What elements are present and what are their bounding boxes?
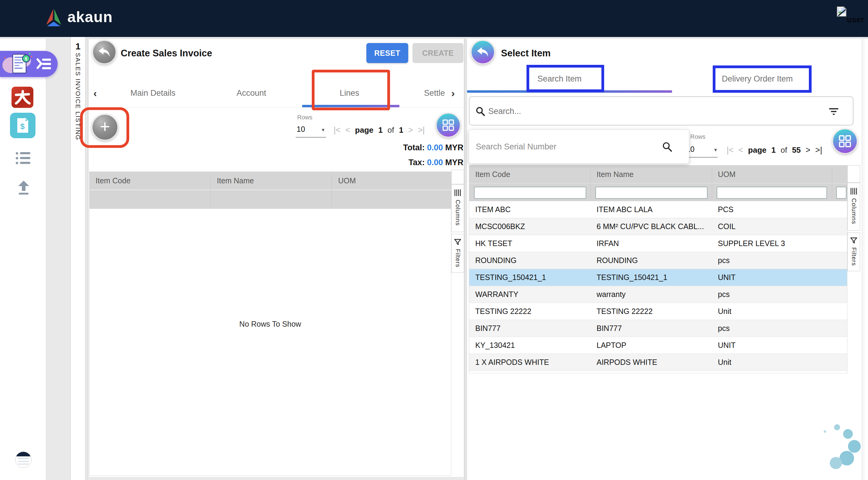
cell-uom: PCS [712, 205, 832, 214]
sidebar-item-upload[interactable] [17, 180, 30, 195]
total-currency: MYR [445, 143, 463, 152]
topbar: akaun user [0, 0, 868, 37]
next-page-icon[interactable]: > [806, 145, 810, 155]
select-item-back-button[interactable] [471, 40, 495, 64]
item-search-box[interactable]: Search... [469, 96, 854, 126]
select-item-table-body: ITEM ABCITEM ABC LALAPCSMCSC006BKZ6 MM² … [469, 201, 847, 371]
filter-input-extra[interactable] [836, 187, 846, 199]
select-rows-caret-icon[interactable]: ▼ [713, 147, 718, 152]
select-grid-view-button[interactable] [832, 129, 858, 154]
thumbnail-titlebar [16, 452, 31, 456]
table-row[interactable]: TESTING_150421_1TESTING_150421_1UNIT [469, 269, 847, 286]
cell-item-name: 6 MM² CU/PVC BLACK CABL... [590, 222, 712, 231]
table-row[interactable]: HK TESETIRFANSUPPLER LEVEL 3 [469, 235, 847, 252]
filter-bars-icon[interactable] [829, 108, 839, 116]
column-header-item-code[interactable]: Item Code [90, 176, 210, 185]
tab-account[interactable]: Account [237, 89, 266, 98]
invoice-pagination: |< < page 1 of 1 > >| [334, 126, 425, 135]
column-header-item-name[interactable]: Item Name [590, 170, 712, 179]
tool-strip-spacer [847, 165, 860, 183]
cell-uom: UNIT [712, 273, 832, 282]
sidebar-item-invoice-doc-app[interactable]: $ [10, 113, 35, 138]
annotation-box-lines-tab [312, 70, 390, 110]
brand-logo[interactable]: akaun [44, 6, 113, 28]
cell-item-name: TESTING_150421_1 [590, 273, 712, 282]
first-page-icon[interactable]: |< [334, 126, 341, 135]
cell-item-name: ROUNDING [590, 256, 712, 265]
cell-item-name: TESTING 22222 [590, 307, 712, 316]
column-header-item-code[interactable]: Item Code [469, 170, 590, 179]
current-page: 1 [771, 145, 775, 155]
tabs-scroll-right-icon[interactable]: › [451, 87, 455, 99]
invoice-lines-table: Item Code Item Name UOM No Rows To Show [89, 172, 451, 476]
total-line: Total: 0.00 MYR [334, 143, 463, 152]
table-row[interactable]: 1 X AIRPODS WHITEAIRPODS WHITEUnit [469, 354, 847, 371]
grid-view-button[interactable] [436, 113, 461, 138]
create-button[interactable]: CREATE [412, 43, 463, 63]
search-placeholder: Search... [488, 107, 521, 116]
select-item-table: Item Code Item Name UOM ITEM ABCITEM ABC… [469, 165, 847, 373]
next-page-icon[interactable]: > [408, 126, 413, 135]
tax-line: Tax: 0.00 MYR [334, 158, 463, 167]
cell-item-code: WARRANTY [469, 290, 590, 299]
user-avatar[interactable]: user [836, 6, 868, 24]
tax-value: 0.00 [427, 158, 443, 167]
sales-invoice-listing-tab[interactable]: 1 SALES INVOICE LISTING [70, 37, 86, 480]
cell-uom: SUPPLER LEVEL 3 [712, 239, 832, 248]
total-pages: 1 [399, 126, 403, 135]
page-title: Create Sales Invoice [121, 48, 212, 59]
cell-uom: pcs [712, 256, 832, 265]
serial-number-search-box[interactable]: Search Serial Number [469, 130, 689, 164]
table-row[interactable]: KY_130421LAPTOPUNIT [469, 337, 847, 354]
tabs-scroll-left-icon[interactable]: ‹ [93, 87, 97, 99]
column-header-item-name[interactable]: Item Name [210, 176, 332, 185]
akaun-triangle-logo-icon [44, 6, 63, 28]
cell-uom: pcs [712, 324, 832, 333]
last-page-icon[interactable]: >| [418, 126, 425, 135]
filter-input-item-name[interactable] [595, 187, 708, 199]
table-row[interactable]: MCSC006BKZ6 MM² CU/PVC BLACK CABL...COIL [469, 218, 847, 235]
filter-input-uom[interactable] [717, 187, 827, 199]
table-row[interactable]: WARRANTYwarrantypcs [469, 286, 847, 303]
back-arrow-icon [98, 47, 111, 58]
grid-icon [839, 135, 851, 147]
sidebar-item-da-app[interactable] [11, 87, 33, 108]
rows-per-page-value[interactable]: 10 [297, 125, 305, 134]
sidebar-item-listing[interactable] [16, 151, 30, 166]
dollar-document-icon: $ [16, 117, 29, 133]
reset-button[interactable]: RESET [366, 43, 408, 63]
filters-tool-tab[interactable]: Filters [847, 232, 860, 271]
tab-main-details[interactable]: Main Details [130, 89, 176, 98]
column-header-uom[interactable]: UOM [332, 176, 356, 185]
table-row[interactable]: ITEM ABCITEM ABC LALAPCS [469, 201, 847, 218]
table-row[interactable]: BIN777BIN777pcs [469, 320, 847, 337]
decor-dot [824, 430, 826, 433]
table-row[interactable]: TESTING 22222TESTING 22222Unit [469, 303, 847, 320]
app-thumbnail-button[interactable] [15, 451, 32, 468]
total-value: 0.00 [427, 143, 443, 152]
decor-dot [830, 457, 842, 469]
tax-currency: MYR [445, 158, 463, 167]
prev-page-icon[interactable]: < [345, 126, 350, 135]
columns-tool-tab[interactable]: Columns [847, 183, 860, 231]
cell-uom: Unit [712, 358, 832, 367]
column-header-uom[interactable]: UOM [712, 170, 832, 179]
columns-tool-tab[interactable]: Columns [451, 184, 464, 232]
search-icon [662, 141, 673, 152]
prev-page-icon[interactable]: < [739, 145, 743, 155]
first-page-icon[interactable]: |< [727, 145, 734, 155]
upload-icon [17, 180, 30, 195]
sidebar-item-sales-invoice-active[interactable]: $ [0, 51, 58, 77]
filters-tool-tab[interactable]: Filters [451, 234, 464, 273]
collapse-menu-icon[interactable] [36, 57, 51, 71]
table-row[interactable]: ROUNDINGROUNDINGpcs [469, 252, 847, 269]
filter-input-item-code[interactable] [474, 187, 586, 199]
select-rows-label: Rows [690, 133, 706, 140]
cell-item-code: ITEM ABC [469, 205, 590, 214]
tab-settlement[interactable]: Settle [424, 89, 450, 98]
cell-uom: UNIT [712, 341, 832, 350]
last-page-icon[interactable]: >| [815, 145, 822, 155]
back-button[interactable] [92, 40, 117, 64]
rows-caret-icon[interactable]: ▼ [321, 127, 326, 132]
annotation-box-add-button [80, 107, 129, 148]
